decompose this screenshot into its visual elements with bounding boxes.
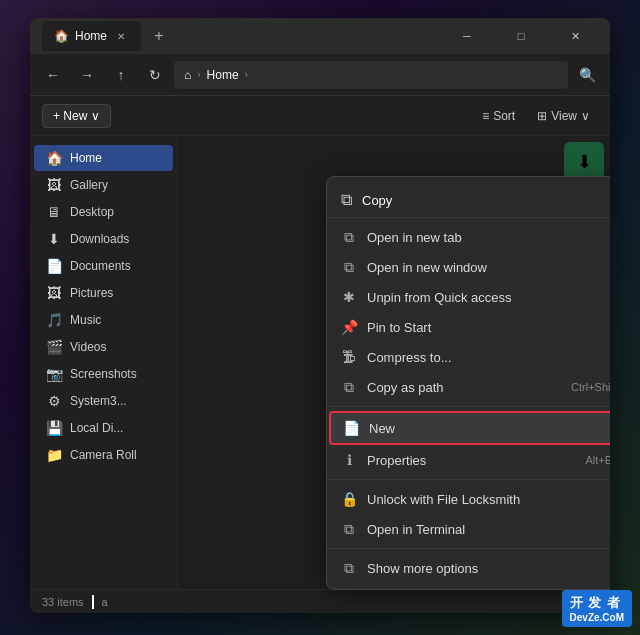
context-new[interactable]: 📄 New › Folder	[329, 411, 610, 445]
open-new-tab-icon: ⧉	[341, 229, 357, 245]
compress-label: Compress to...	[367, 350, 610, 365]
open-new-window-icon: ⧉	[341, 259, 357, 275]
sidebar-home-label: Home	[70, 151, 102, 165]
sidebar-item-home[interactable]: 🏠 Home	[34, 145, 173, 171]
more-options-icon: ⧉	[341, 560, 357, 576]
address-home-text: Home	[207, 68, 239, 82]
home-icon: ⌂	[184, 68, 191, 82]
sidebar-item-pictures[interactable]: 🖼 Pictures	[34, 280, 173, 306]
context-open-terminal[interactable]: ⧉ Open in Terminal	[327, 514, 610, 544]
context-separator-3	[327, 548, 610, 549]
sidebar: 🏠 Home 🖼 Gallery 🖥 Desktop ⬇ Downloads 📄…	[30, 136, 178, 613]
pin-icon: 📌	[341, 319, 357, 335]
sidebar-system-icon: ⚙	[46, 393, 62, 409]
sidebar-desktop-icon: 🖥	[46, 204, 62, 220]
sidebar-item-screenshots[interactable]: 📷 Screenshots	[34, 361, 173, 387]
window-close-btn[interactable]: ✕	[552, 21, 598, 51]
sidebar-desktop-label: Desktop	[70, 205, 114, 219]
up-btn[interactable]: ↑	[106, 60, 136, 90]
search-btn[interactable]: 🔍	[572, 60, 602, 90]
action-bar: + New ∨ ≡ Sort ⊞ View ∨	[30, 96, 610, 136]
context-properties[interactable]: ℹ Properties Alt+Enter	[327, 445, 610, 475]
context-separator-2	[327, 479, 610, 480]
back-btn[interactable]: ←	[38, 60, 68, 90]
sidebar-item-cameraroll[interactable]: 📁 Camera Roll	[34, 442, 173, 468]
tab-area: 🏠 Home ✕ +	[42, 21, 173, 51]
sidebar-videos-icon: 🎬	[46, 339, 62, 355]
sidebar-screenshots-label: Screenshots	[70, 367, 137, 381]
view-icon: ⊞	[537, 109, 547, 123]
sidebar-item-downloads[interactable]: ⬇ Downloads	[34, 226, 173, 252]
pin-label: Pin to Start	[367, 320, 610, 335]
sidebar-localdisk-icon: 💾	[46, 420, 62, 436]
context-copy-as-path[interactable]: ⧉ Copy as path Ctrl+Shift+C	[327, 372, 610, 402]
terminal-icon: ⧉	[341, 521, 357, 537]
copy-label: Copy	[362, 193, 392, 208]
status-cursor	[92, 595, 94, 609]
context-copy-item[interactable]: ⧉ Copy	[327, 183, 610, 218]
watermark-domain: DevZe.CoM	[570, 612, 624, 623]
sidebar-item-documents[interactable]: 📄 Documents	[34, 253, 173, 279]
view-label: View	[551, 109, 577, 123]
open-new-window-label: Open in new window	[367, 260, 610, 275]
sidebar-item-localdisk[interactable]: 💾 Local Di...	[34, 415, 173, 441]
sort-label: Sort	[493, 109, 515, 123]
context-show-more-options[interactable]: ⧉ Show more options	[327, 553, 610, 583]
new-btn[interactable]: + New ∨	[42, 104, 111, 128]
properties-label: Properties	[367, 453, 575, 468]
sidebar-cameraroll-icon: 📁	[46, 447, 62, 463]
maximize-btn[interactable]: □	[498, 21, 544, 51]
sidebar-documents-icon: 📄	[46, 258, 62, 274]
title-bar: 🏠 Home ✕ + ─ □ ✕	[30, 18, 610, 54]
compress-icon: 🗜	[341, 349, 357, 365]
watermark-chinese: 开 发 者	[570, 594, 624, 612]
context-compress-to[interactable]: 🗜 Compress to... ›	[327, 342, 610, 372]
content-area: ⬇ 🎵 📁 ⧉ Copy ⧉ Open in n	[178, 136, 610, 613]
sort-icon: ≡	[482, 109, 489, 123]
tab-close-btn[interactable]: ✕	[113, 28, 129, 44]
sidebar-item-system[interactable]: ⚙ System3...	[34, 388, 173, 414]
sidebar-gallery-label: Gallery	[70, 178, 108, 192]
explorer-window: 🏠 Home ✕ + ─ □ ✕ ← → ↑ ↻ ⌂ › Home ›	[30, 18, 610, 613]
sidebar-gallery-icon: 🖼	[46, 177, 62, 193]
sidebar-cameraroll-label: Camera Roll	[70, 448, 137, 462]
active-tab[interactable]: 🏠 Home ✕	[42, 21, 141, 51]
view-chevron-icon: ∨	[581, 109, 590, 123]
context-open-new-window[interactable]: ⧉ Open in new window	[327, 252, 610, 282]
new-tab-btn[interactable]: +	[145, 22, 173, 50]
item-count: 33 items	[42, 596, 84, 608]
status-char: a	[102, 596, 108, 608]
unpin-icon: ✱	[341, 289, 357, 305]
new-item-icon: 📄	[343, 420, 359, 436]
sidebar-item-music[interactable]: 🎵 Music	[34, 307, 173, 333]
unlock-label: Unlock with File Locksmith	[367, 492, 610, 507]
status-bar: 33 items a	[30, 589, 610, 613]
sidebar-item-gallery[interactable]: 🖼 Gallery	[34, 172, 173, 198]
forward-btn[interactable]: →	[72, 60, 102, 90]
sort-btn[interactable]: ≡ Sort	[474, 105, 523, 127]
copy-path-shortcut: Ctrl+Shift+C	[571, 381, 610, 393]
context-menu: ⧉ Copy ⧉ Open in new tab ⧉ Open in new w…	[326, 176, 610, 590]
new-btn-label: + New ∨	[53, 109, 100, 123]
context-unpin-quick-access[interactable]: ✱ Unpin from Quick access	[327, 282, 610, 312]
sidebar-item-videos[interactable]: 🎬 Videos	[34, 334, 173, 360]
context-unlock-locksmith[interactable]: 🔒 Unlock with File Locksmith	[327, 484, 610, 514]
refresh-btn[interactable]: ↻	[140, 60, 170, 90]
sidebar-screenshots-icon: 📷	[46, 366, 62, 382]
unpin-label: Unpin from Quick access	[367, 290, 610, 305]
minimize-btn[interactable]: ─	[444, 21, 490, 51]
copy-path-icon: ⧉	[341, 379, 357, 395]
context-open-new-tab[interactable]: ⧉ Open in new tab	[327, 222, 610, 252]
view-btn[interactable]: ⊞ View ∨	[529, 105, 598, 127]
sidebar-system-label: System3...	[70, 394, 127, 408]
address-bar[interactable]: ⌂ › Home ›	[174, 61, 568, 89]
sidebar-pictures-label: Pictures	[70, 286, 113, 300]
sidebar-item-desktop[interactable]: 🖥 Desktop	[34, 199, 173, 225]
context-pin-to-start[interactable]: 📌 Pin to Start	[327, 312, 610, 342]
back-icon: ←	[46, 67, 60, 83]
toolbar: ← → ↑ ↻ ⌂ › Home › 🔍	[30, 54, 610, 96]
tab-home-label: Home	[75, 29, 107, 43]
sidebar-music-label: Music	[70, 313, 101, 327]
tab-home-icon: 🏠	[54, 29, 69, 43]
terminal-label: Open in Terminal	[367, 522, 610, 537]
